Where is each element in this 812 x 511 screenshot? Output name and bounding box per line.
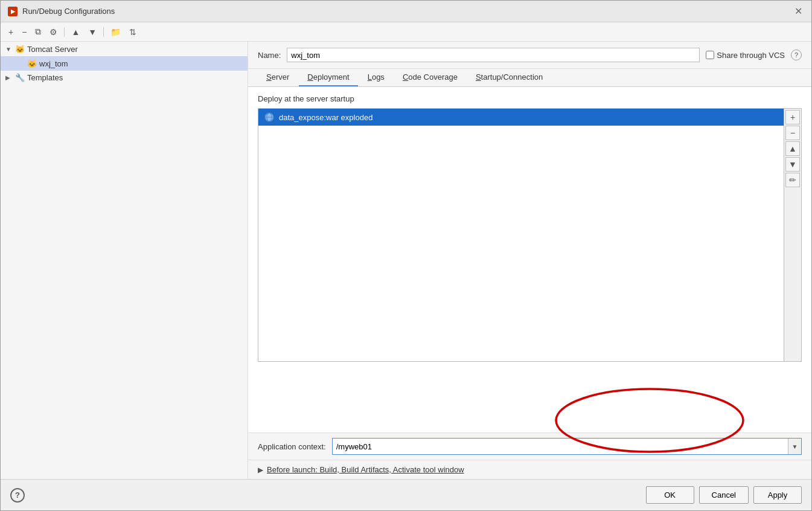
context-input-group: ▼ xyxy=(332,438,802,455)
folder-button[interactable]: 📁 xyxy=(107,25,124,39)
name-input[interactable] xyxy=(287,48,700,62)
name-row: Name: Share through VCS ? xyxy=(248,42,811,69)
app-context-row: Application context: ▼ xyxy=(248,432,811,460)
tomcat-icon: 🐱 xyxy=(15,44,25,54)
toolbar-separator xyxy=(64,27,65,37)
move-up-button[interactable]: ▲ xyxy=(68,25,83,39)
edit-deploy-button[interactable]: ✏ xyxy=(785,173,800,187)
deploy-item-data-expose[interactable]: data_expose:war exploded xyxy=(258,109,784,126)
title-bar: ▶ Run/Debug Configurations ✕ xyxy=(1,1,811,22)
app-context-label: Application context: xyxy=(258,442,326,451)
side-buttons: + − ▲ ▼ ✏ xyxy=(784,108,802,362)
tree-item-tomcat-server[interactable]: ▼ 🐱 Tomcat Server xyxy=(1,42,248,56)
run-debug-dialog: ▶ Run/Debug Configurations ✕ + − ⧉ ⚙ ▲ ▼… xyxy=(0,0,812,511)
tab-logs[interactable]: Logs xyxy=(359,69,393,86)
tab-server[interactable]: Server xyxy=(258,69,298,86)
toolbar-separator-2 xyxy=(103,27,104,37)
tree-arrow-templates: ▶ xyxy=(5,74,13,81)
move-deploy-down-button[interactable]: ▼ xyxy=(785,157,800,172)
tree-item-wxj-tom[interactable]: 🐱 wxj_tom xyxy=(1,56,248,71)
app-context-wrapper: ▼ xyxy=(332,438,802,455)
tab-startup-connection[interactable]: Startup/Connection xyxy=(467,69,551,86)
app-context-input[interactable] xyxy=(333,439,788,454)
bottom-bar: ? OK Cancel Apply xyxy=(1,479,811,510)
tree-item-templates[interactable]: ▶ 🔧 Templates xyxy=(1,71,248,85)
tab-deployment[interactable]: Deployment xyxy=(299,69,357,86)
tree-label-tomcat-server: Tomcat Server xyxy=(27,45,78,54)
tab-content-area: Deploy at the server startup xyxy=(248,87,811,479)
tree-label-wxj-tom: wxj_tom xyxy=(39,59,68,68)
name-label: Name: xyxy=(258,51,281,60)
remove-deploy-button[interactable]: − xyxy=(785,126,800,140)
share-checkbox[interactable] xyxy=(706,51,714,59)
context-dropdown-button[interactable]: ▼ xyxy=(788,439,801,454)
copy-config-button[interactable]: ⧉ xyxy=(32,25,44,39)
close-button[interactable]: ✕ xyxy=(792,5,804,18)
main-content: ▼ 🐱 Tomcat Server 🐱 wxj_tom ▶ 🔧 Template… xyxy=(1,42,811,479)
remove-config-button[interactable]: − xyxy=(19,25,30,39)
tomcat-child-icon: 🐱 xyxy=(27,59,37,68)
title-bar-left: ▶ Run/Debug Configurations xyxy=(8,7,115,16)
deploy-section: Deploy at the server startup xyxy=(248,87,811,432)
help-icon-button[interactable]: ? xyxy=(791,50,802,60)
before-launch-text: Before launch: Build, Build Artifacts, A… xyxy=(267,465,464,474)
before-launch-arrow[interactable]: ▶ xyxy=(258,466,263,474)
settings-button[interactable]: ⚙ xyxy=(46,25,60,39)
move-down-button[interactable]: ▼ xyxy=(85,25,100,39)
toolbar: + − ⧉ ⚙ ▲ ▼ 📁 ⇅ xyxy=(1,22,811,42)
war-icon xyxy=(264,112,274,122)
move-deploy-up-button[interactable]: ▲ xyxy=(785,141,800,156)
tree-arrow-tomcat: ▼ xyxy=(5,46,13,53)
sort-button[interactable]: ⇅ xyxy=(126,25,139,39)
right-panel-wrapper: Name: Share through VCS ? Server Deploym… xyxy=(248,42,811,479)
deploy-item-label: data_expose:war exploded xyxy=(279,113,372,122)
add-deploy-button[interactable]: + xyxy=(785,110,800,124)
bottom-buttons: OK Cancel Apply xyxy=(646,486,802,504)
wrench-icon: 🔧 xyxy=(15,73,25,82)
deploy-list: data_expose:war exploded xyxy=(258,108,784,362)
before-launch-row: ▶ Before launch: Build, Build Artifacts,… xyxy=(248,460,811,479)
right-panel: Name: Share through VCS ? Server Deploym… xyxy=(248,42,811,479)
cancel-button[interactable]: Cancel xyxy=(699,486,749,504)
deploy-label: Deploy at the server startup xyxy=(258,94,802,103)
share-text: Share through VCS xyxy=(717,51,785,60)
apply-button[interactable]: Apply xyxy=(753,486,802,504)
tabs-row: Server Deployment Logs Code Coverage Sta… xyxy=(248,69,811,87)
bottom-help-button[interactable]: ? xyxy=(10,488,25,503)
tree-label-templates: Templates xyxy=(27,73,63,82)
dialog-title: Run/Debug Configurations xyxy=(22,7,115,16)
left-panel: ▼ 🐱 Tomcat Server 🐱 wxj_tom ▶ 🔧 Template… xyxy=(1,42,248,479)
add-config-button[interactable]: + xyxy=(5,25,16,39)
app-icon: ▶ xyxy=(8,7,18,16)
tab-code-coverage[interactable]: Code Coverage xyxy=(394,69,466,86)
share-label: Share through VCS xyxy=(706,51,785,60)
ok-button[interactable]: OK xyxy=(646,486,694,504)
